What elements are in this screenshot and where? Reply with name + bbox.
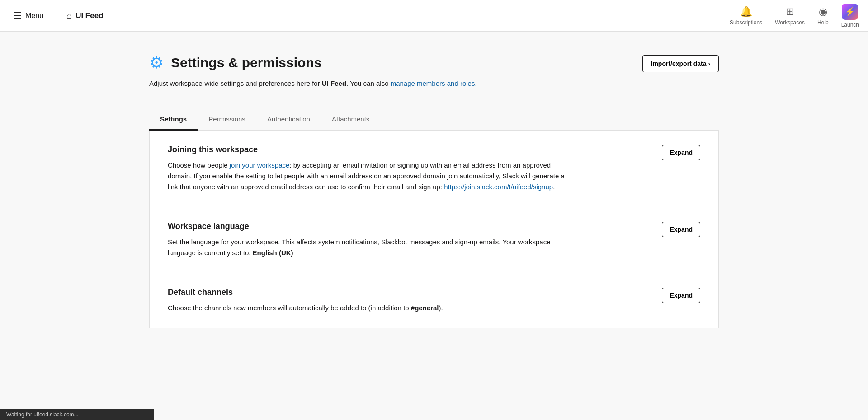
- tab-settings[interactable]: Settings: [149, 109, 198, 131]
- default-channels-expand-button[interactable]: Expand: [662, 288, 700, 303]
- subscriptions-button[interactable]: 🔔 Subscriptions: [730, 6, 762, 26]
- page-title: Settings & permissions: [171, 55, 321, 70]
- signup-url-link[interactable]: https://join.slack.com/t/uifeed/signup: [444, 183, 553, 191]
- nav-right: 🔔 Subscriptions ⊞ Workspaces ◉ Help ⚡ La…: [730, 4, 859, 28]
- nav-left: ☰ Menu ⌂ UI Feed: [9, 8, 730, 24]
- workspace-name: UI Feed: [75, 11, 103, 20]
- hamburger-icon: ☰: [14, 10, 22, 21]
- workspaces-button[interactable]: ⊞ Workspaces: [775, 6, 805, 26]
- default-channels-header: Default channels Choose the channels new…: [168, 288, 700, 313]
- language-section: Workspace language Set the language for …: [150, 207, 718, 273]
- page-header: ⚙ Settings & permissions Adjust workspac…: [149, 53, 719, 102]
- top-navigation: ☰ Menu ⌂ UI Feed 🔔 Subscriptions ⊞ Works…: [0, 0, 868, 32]
- workspaces-label: Workspaces: [775, 19, 805, 26]
- help-label: Help: [817, 19, 829, 26]
- general-channel: #general: [411, 304, 439, 312]
- workspace-name-inline: UI Feed: [322, 79, 346, 87]
- subscriptions-label: Subscriptions: [730, 19, 762, 26]
- help-icon: ◉: [819, 6, 827, 18]
- language-text-area: Workspace language Set the language for …: [168, 222, 575, 258]
- default-channels-body: Choose the channels new members will aut…: [168, 303, 443, 313]
- import-export-button[interactable]: Import/export data ›: [642, 55, 719, 72]
- joining-section: Joining this workspace Choose how people…: [150, 131, 718, 207]
- current-language: English (UK): [253, 249, 293, 257]
- joining-expand-button[interactable]: Expand: [662, 145, 700, 160]
- gear-icon: ⚙: [149, 53, 164, 72]
- launch-label: Launch: [841, 22, 859, 28]
- launch-app-icon: ⚡: [842, 4, 858, 20]
- joining-section-header: Joining this workspace Choose how people…: [168, 145, 700, 192]
- tab-authentication[interactable]: Authentication: [256, 109, 321, 131]
- language-expand-button[interactable]: Expand: [662, 222, 700, 237]
- page-subtitle: Adjust workspace-wide settings and prefe…: [149, 79, 477, 87]
- manage-members-link[interactable]: manage members and roles.: [391, 79, 477, 87]
- workspaces-icon: ⊞: [786, 6, 794, 18]
- joining-section-title: Joining this workspace: [168, 145, 575, 154]
- home-icon: ⌂: [66, 10, 72, 21]
- language-section-header: Workspace language Set the language for …: [168, 222, 700, 258]
- settings-content: Joining this workspace Choose how people…: [149, 131, 719, 328]
- menu-button[interactable]: ☰ Menu: [9, 8, 48, 24]
- home-link[interactable]: ⌂ UI Feed: [66, 10, 104, 21]
- join-workspace-link[interactable]: join your workspace: [230, 161, 290, 169]
- default-channels-section: Default channels Choose the channels new…: [150, 273, 718, 328]
- default-channels-text-area: Default channels Choose the channels new…: [168, 288, 443, 313]
- title-area: ⚙ Settings & permissions Adjust workspac…: [149, 53, 477, 102]
- launch-button[interactable]: ⚡ Launch: [841, 4, 859, 28]
- subtitle-text-1: Adjust workspace-wide settings and prefe…: [149, 79, 322, 87]
- subtitle-text-2: . You can also: [346, 79, 391, 87]
- nav-divider: [57, 8, 57, 24]
- language-section-title: Workspace language: [168, 222, 575, 231]
- menu-label: Menu: [25, 12, 43, 20]
- page-content: ⚙ Settings & permissions Adjust workspac…: [122, 32, 746, 350]
- tab-attachments[interactable]: Attachments: [321, 109, 380, 131]
- help-button[interactable]: ◉ Help: [817, 6, 829, 26]
- default-channels-title: Default channels: [168, 288, 443, 297]
- tab-permissions[interactable]: Permissions: [198, 109, 256, 131]
- joining-section-body: Choose how people join your workspace: b…: [168, 160, 575, 192]
- language-section-body: Set the language for your workspace. Thi…: [168, 237, 575, 258]
- page-title-row: ⚙ Settings & permissions: [149, 53, 477, 72]
- joining-text-area: Joining this workspace Choose how people…: [168, 145, 575, 192]
- settings-tabs: Settings Permissions Authentication Atta…: [149, 109, 719, 131]
- subscriptions-icon: 🔔: [740, 6, 752, 18]
